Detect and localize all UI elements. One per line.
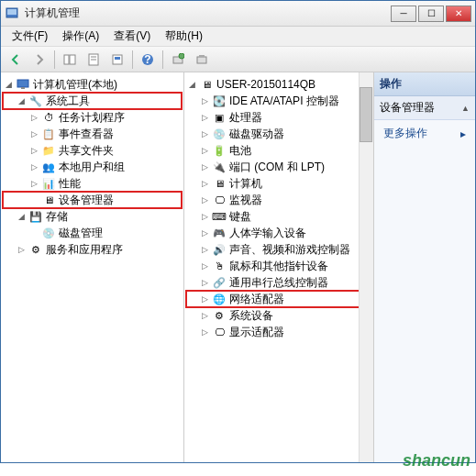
collapse-icon[interactable]: ▲ (461, 104, 470, 113)
expand-icon[interactable]: ▷ (199, 95, 210, 106)
actions-section-device-mgr[interactable]: 设备管理器 ▲ (374, 96, 475, 120)
tree-performance[interactable]: ▷ 📊 性能 (3, 175, 182, 192)
device-network[interactable]: ▷🌐网络适配器 (186, 291, 371, 307)
device-ide[interactable]: ▷💽IDE ATA/ATAPI 控制器 (186, 93, 371, 109)
tree-task-scheduler[interactable]: ▷ ⏱ 任务计划程序 (3, 109, 182, 126)
battery-icon: 🔋 (212, 144, 227, 157)
tree-system-tools[interactable]: ◢ 🔧 系统工具 (3, 93, 182, 109)
show-hide-tree-button[interactable] (59, 50, 81, 70)
expand-icon[interactable]: ▷ (199, 194, 210, 205)
expand-icon[interactable]: ▷ (199, 227, 210, 238)
expand-icon[interactable]: ▷ (28, 145, 39, 156)
expand-icon[interactable]: ▷ (199, 277, 210, 288)
properties-button[interactable] (83, 50, 105, 70)
tree-label: 磁盘管理 (59, 226, 103, 241)
hid-icon: 🎮 (212, 227, 227, 239)
tree-label: USER-20150114QB (216, 78, 315, 91)
device-processor[interactable]: ▷▣处理器 (186, 109, 371, 126)
scan-hardware-button[interactable] (167, 50, 189, 70)
device-monitor[interactable]: ▷🖵监视器 (186, 192, 371, 208)
tree-label: IDE ATA/ATAPI 控制器 (229, 94, 339, 109)
tree-label: 电池 (229, 143, 251, 159)
maximize-button[interactable]: ☐ (418, 6, 444, 22)
help-button[interactable]: ? (137, 50, 159, 70)
tree-label: 计算机管理(本地) (33, 77, 117, 93)
tree-device-manager[interactable]: 🖥 设备管理器 (3, 192, 182, 208)
device-system[interactable]: ▷⚙系统设备 (186, 307, 371, 324)
expand-icon[interactable]: ▷ (199, 178, 210, 189)
export-button[interactable] (106, 50, 128, 70)
device-display[interactable]: ▷🖵显示适配器 (186, 324, 371, 340)
minimize-button[interactable]: ─ (391, 6, 416, 22)
device-root[interactable]: ◢ 🖥 USER-20150114QB (186, 76, 371, 93)
tree-label: 性能 (59, 176, 81, 192)
expand-icon[interactable]: ▷ (28, 161, 39, 172)
collapse-icon[interactable]: ◢ (186, 79, 197, 90)
tree-storage[interactable]: ◢ 💾 存储 (3, 208, 182, 225)
scrollbar-thumb[interactable] (360, 87, 372, 142)
svg-rect-14 (199, 55, 205, 57)
expand-icon[interactable]: ▷ (199, 310, 210, 321)
tree-label: 任务计划程序 (59, 110, 125, 126)
tree-label: 共享文件夹 (59, 143, 114, 159)
cpu-icon: ▣ (212, 111, 227, 124)
svg-rect-3 (70, 55, 75, 64)
expand-icon[interactable]: ▷ (28, 178, 39, 189)
tree-label: 鼠标和其他指针设备 (229, 259, 328, 274)
svg-rect-2 (64, 55, 69, 64)
device-disk-drive[interactable]: ▷💿磁盘驱动器 (186, 126, 371, 142)
tree-label: 本地用户和组 (59, 160, 125, 175)
sound-icon: 🔊 (212, 243, 227, 256)
device-battery[interactable]: ▷🔋电池 (186, 142, 371, 159)
expand-icon[interactable]: ▷ (28, 128, 39, 139)
forward-button[interactable] (28, 50, 50, 70)
device-port[interactable]: ▷🔌端口 (COM 和 LPT) (186, 159, 371, 175)
actions-header: 操作 (374, 72, 475, 96)
expand-icon[interactable]: ▷ (16, 244, 27, 255)
chevron-right-icon: ▸ (460, 127, 466, 140)
back-button[interactable] (5, 50, 27, 70)
tree-local-users[interactable]: ▷ 👥 本地用户和组 (3, 159, 182, 175)
collapse-icon[interactable]: ◢ (16, 211, 27, 222)
device-computer[interactable]: ▷🖥计算机 (186, 175, 371, 192)
vertical-scrollbar[interactable] (359, 72, 373, 462)
device-mouse[interactable]: ▷🖱鼠标和其他指针设备 (186, 258, 371, 274)
expand-icon[interactable]: ▷ (199, 293, 210, 304)
mouse-icon: 🖱 (212, 260, 227, 272)
tree-label: 端口 (COM 和 LPT) (229, 160, 325, 175)
menu-file[interactable]: 文件(F) (5, 27, 55, 46)
expand-icon[interactable]: ▷ (199, 327, 210, 338)
tree-disk-mgmt[interactable]: 💿 磁盘管理 (3, 225, 182, 241)
device-keyboard[interactable]: ▷⌨键盘 (186, 208, 371, 225)
uninstall-button[interactable] (191, 50, 213, 70)
collapse-icon[interactable]: ◢ (16, 95, 27, 106)
tree-shared-folders[interactable]: ▷ 📁 共享文件夹 (3, 142, 182, 159)
expand-icon[interactable]: ▷ (199, 260, 210, 271)
device-usb[interactable]: ▷🔗通用串行总线控制器 (186, 274, 371, 291)
action-more[interactable]: 更多操作 ▸ (374, 120, 475, 147)
menu-help[interactable]: 帮助(H) (158, 27, 210, 46)
computer-icon: 🖥 (212, 177, 227, 190)
actions-panel: 操作 设备管理器 ▲ 更多操作 ▸ (374, 72, 475, 462)
tree-label: 通用串行总线控制器 (229, 275, 328, 291)
tree-event-viewer[interactable]: ▷ 📋 事件查看器 (3, 126, 182, 142)
tree-label: 事件查看器 (59, 127, 114, 142)
expand-icon[interactable]: ▷ (28, 112, 39, 123)
device-hid[interactable]: ▷🎮人体学输入设备 (186, 225, 371, 241)
tree-label: 磁盘驱动器 (229, 127, 284, 142)
close-button[interactable]: ✕ (446, 6, 471, 22)
collapse-icon[interactable]: ◢ (3, 79, 14, 90)
expand-icon[interactable]: ▷ (199, 244, 210, 255)
expand-icon[interactable]: ▷ (199, 145, 210, 156)
tree-services[interactable]: ▷ ⚙ 服务和应用程序 (3, 241, 182, 258)
device-sound[interactable]: ▷🔊声音、视频和游戏控制器 (186, 241, 371, 258)
expand-icon[interactable]: ▷ (199, 128, 210, 139)
expand-icon[interactable]: ▷ (199, 211, 210, 222)
menu-view[interactable]: 查看(V) (106, 27, 158, 46)
tree-root-computer-mgmt[interactable]: ◢ 计算机管理(本地) (3, 76, 182, 93)
expand-icon[interactable]: ▷ (199, 112, 210, 123)
svg-rect-1 (7, 9, 17, 15)
expand-icon[interactable]: ▷ (199, 161, 210, 172)
tree-label: 人体学输入设备 (229, 226, 306, 241)
menu-action[interactable]: 操作(A) (55, 27, 106, 46)
